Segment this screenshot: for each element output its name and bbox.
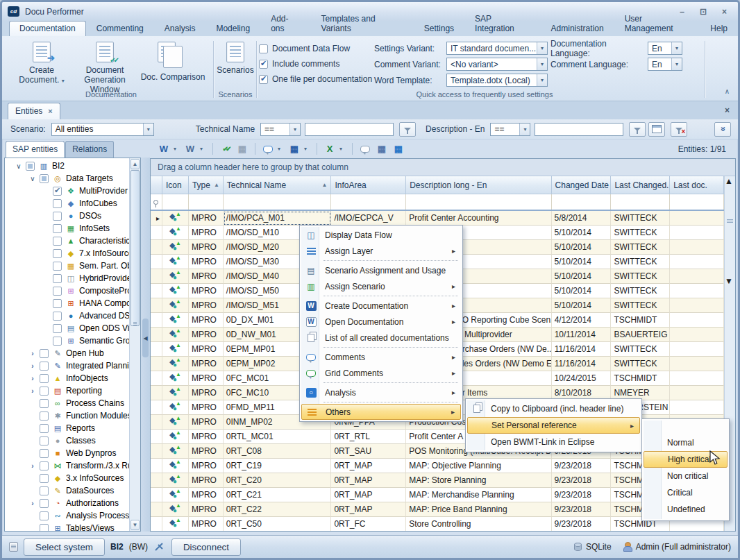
column-header-technical-name[interactable]: Technical Name▲ bbox=[224, 176, 332, 194]
menu-item-non-critical[interactable]: Non critical bbox=[644, 468, 728, 484]
grid-refresh-icon[interactable]: ▦ bbox=[392, 142, 405, 156]
menu-item-normal[interactable]: Normal bbox=[644, 434, 728, 451]
tree-item-function-modules[interactable]: Function Modules bbox=[5, 409, 129, 422]
tree-checkbox[interactable] bbox=[40, 524, 49, 532]
tree-checkbox[interactable] bbox=[53, 337, 62, 346]
menu-tab-administration[interactable]: Administration bbox=[541, 21, 614, 36]
tree-checkbox[interactable] bbox=[40, 499, 49, 508]
funnel-icon[interactable] bbox=[629, 122, 646, 137]
tree-checkbox[interactable] bbox=[53, 212, 62, 221]
tree-checkbox[interactable] bbox=[53, 237, 62, 246]
filter-row-indicator[interactable] bbox=[151, 194, 162, 210]
word-template-select[interactable]: Template.dotx (Local)▾ bbox=[446, 74, 548, 87]
filter-cell[interactable] bbox=[224, 194, 332, 210]
expand-filters-icon[interactable]: « bbox=[714, 122, 731, 137]
tree-checkbox[interactable] bbox=[40, 486, 49, 495]
grid-comment-word-icon[interactable]: ▦ bbox=[287, 142, 301, 156]
clear-filter-icon[interactable]: × bbox=[671, 122, 687, 137]
menu-tab-modeling[interactable]: Modeling bbox=[205, 21, 260, 36]
filter-cell[interactable] bbox=[670, 194, 724, 210]
tree-item-sem-part-obj[interactable]: Sem. Part. Obj... bbox=[5, 260, 129, 272]
disconnect-button[interactable]: Disconnect bbox=[171, 538, 241, 556]
tree-item-multiprovider[interactable]: MultiProvider bbox=[5, 185, 129, 197]
chevron-down-icon[interactable]: ▾ bbox=[143, 124, 153, 135]
chevron-down-icon[interactable]: ▾ bbox=[519, 124, 530, 135]
tree-checkbox[interactable] bbox=[53, 287, 62, 296]
tree-checkbox[interactable] bbox=[40, 411, 49, 421]
menu-tab-add-ons[interactable]: Add-ons bbox=[260, 11, 310, 36]
tree-checkbox[interactable] bbox=[53, 274, 62, 283]
expand-icon[interactable]: › bbox=[28, 362, 37, 370]
tree-item-hybridprovider[interactable]: HybridProvider bbox=[5, 272, 129, 285]
column-header-description-long-en[interactable]: Description long - En bbox=[406, 176, 551, 194]
table-row[interactable]: ▸▲MPRO/IMO/PCA_M01/IMO/ECPCA_VProfit Cen… bbox=[151, 211, 724, 226]
menu-item-grid-comments[interactable]: Grid Comments▸ bbox=[301, 365, 461, 381]
tree-item-semantic-groups[interactable]: Semantic Groups bbox=[5, 334, 129, 347]
collapse-icon[interactable]: ∨ bbox=[15, 162, 23, 170]
checkbox-document-data-flow[interactable]: Document Data Flow bbox=[259, 41, 372, 56]
tree-item-compositeprovi[interactable]: CompositeProvi... bbox=[5, 285, 129, 297]
subtab-sap-entities[interactable]: SAP entities bbox=[6, 141, 65, 158]
documentation-language-select[interactable]: En▾ bbox=[648, 42, 682, 55]
menu-tab-documentation[interactable]: Documentation bbox=[9, 21, 86, 36]
chevron-down-icon[interactable]: ▾ bbox=[339, 146, 346, 152]
scroll-up-icon[interactable]: ▲ bbox=[131, 159, 140, 169]
tree-checkbox[interactable] bbox=[53, 312, 62, 321]
tree-item-reporting[interactable]: ›Reporting bbox=[5, 384, 129, 397]
layout-icon[interactable] bbox=[648, 122, 665, 137]
tree-item-3-x-infosources[interactable]: 3.x InfoSources bbox=[5, 472, 129, 484]
menu-item-open-bwmt-link-in-eclipse[interactable]: Open BWMT-Link in Eclipse bbox=[467, 434, 640, 450]
tab-close-icon[interactable]: × bbox=[48, 107, 52, 115]
menu-tab-sap-integration[interactable]: SAP Integration bbox=[464, 11, 541, 36]
tree-item-authorizations[interactable]: ›Authorizations bbox=[5, 497, 129, 509]
menu-tab-settings[interactable]: Settings bbox=[414, 21, 464, 36]
filter-cell[interactable] bbox=[162, 194, 189, 210]
comment-add-icon[interactable] bbox=[261, 142, 275, 156]
scroll-down-icon[interactable]: ▼ bbox=[131, 520, 140, 530]
chevron-down-icon[interactable]: ▾ bbox=[304, 146, 311, 152]
tree-item-datasources[interactable]: DataSources bbox=[5, 484, 129, 497]
ribbon-collapse-icon[interactable]: ∧ bbox=[725, 87, 730, 95]
tree-checkbox[interactable] bbox=[26, 162, 35, 171]
tree-item-bi2[interactable]: ∨BI2 bbox=[5, 160, 129, 172]
tree-checkbox[interactable] bbox=[40, 174, 49, 183]
tree-item-process-chains[interactable]: Process Chains bbox=[5, 397, 129, 409]
chevron-down-icon[interactable]: ▾ bbox=[671, 42, 682, 54]
select-system-button[interactable]: Select system bbox=[24, 538, 105, 556]
menu-item-critical[interactable]: Critical bbox=[644, 484, 728, 501]
close-all-tabs-icon[interactable]: × bbox=[725, 105, 730, 115]
tree-item-infocubes[interactable]: InfoCubes bbox=[5, 197, 129, 210]
filter-cell[interactable] bbox=[611, 194, 670, 210]
menu-item-assign-scenario[interactable]: ▥Assign Scenario▸ bbox=[301, 278, 461, 294]
tree-checkbox[interactable] bbox=[53, 199, 62, 208]
checkbox-icon[interactable] bbox=[259, 75, 268, 84]
tree-item-reports[interactable]: Reports bbox=[5, 422, 129, 434]
table-row[interactable]: ▲MPRO0RT_C210RT_MAPMAP: Merchandise Plan… bbox=[151, 488, 724, 502]
document-generation-window-button[interactable]: Document Generation Window bbox=[72, 40, 138, 94]
menu-tab-user-management[interactable]: User Management bbox=[614, 11, 700, 36]
grid-cells-icon[interactable]: ▦ bbox=[235, 142, 249, 156]
collapse-tree-icon[interactable]: ◀ bbox=[142, 319, 149, 357]
scenario-select[interactable]: All entities▾ bbox=[51, 123, 154, 136]
checkbox-icon[interactable] bbox=[259, 60, 268, 69]
tree-item-analysis-processes[interactable]: Analysis Processes bbox=[5, 509, 129, 522]
create-document-button[interactable]: Create Document. ▾ bbox=[12, 40, 72, 85]
tree-checkbox[interactable] bbox=[40, 511, 49, 520]
menu-item-copy-to-clipboard-incl-header-line[interactable]: Copy to Clipboard (incl. header line) bbox=[467, 400, 640, 417]
expand-icon[interactable]: › bbox=[28, 500, 37, 507]
menu-item-set-personal-reference[interactable]: Set Personal reference▸ bbox=[467, 417, 640, 434]
maximize-icon[interactable]: ⊡ bbox=[700, 8, 707, 16]
checkbox-one-file-per-documentation[interactable]: One file per documentation bbox=[259, 71, 372, 87]
tree-checkbox[interactable] bbox=[40, 436, 49, 446]
settings-variant-select[interactable]: IT standard documen...▾ bbox=[446, 42, 548, 55]
expand-icon[interactable]: › bbox=[28, 350, 37, 357]
scroll-down-icon[interactable]: ▼ bbox=[725, 276, 735, 286]
tree-checkbox[interactable] bbox=[53, 324, 62, 333]
tree-item-infoobjects[interactable]: ›InfoObjects bbox=[5, 372, 129, 384]
column-header-type[interactable]: Type▲ bbox=[189, 176, 224, 194]
description-filter-input[interactable] bbox=[535, 123, 623, 136]
menu-tab-commenting[interactable]: Commenting bbox=[86, 21, 154, 36]
word-create-icon[interactable]: W bbox=[157, 142, 171, 156]
doc-comparison-button[interactable]: Doc. Comparison bbox=[138, 40, 208, 82]
column-header-last-changed[interactable]: Last Changed... bbox=[611, 176, 670, 194]
